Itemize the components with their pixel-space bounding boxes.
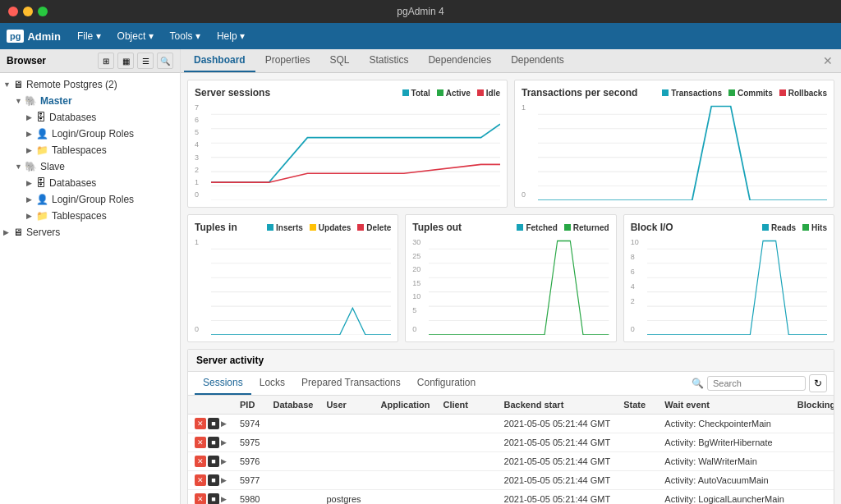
tree-label-master: Master (40, 95, 72, 107)
tree-item-databases-slave[interactable]: ▶ 🗄 Databases (0, 175, 180, 191)
activity-tab-prepared[interactable]: Prepared Transactions (293, 372, 409, 395)
browser-tool-grid[interactable]: ▦ (117, 53, 134, 69)
tree-item-tablespaces-master[interactable]: ▶ 📁 Tablespaces (0, 142, 180, 158)
stop-button[interactable]: ✕ (195, 474, 206, 486)
legend-delete: Delete (366, 223, 391, 232)
search-input[interactable] (707, 376, 806, 391)
chart-tuples-in-title: Tuples in Inserts Updates Delete (195, 222, 391, 233)
col-client: Client (436, 396, 497, 415)
block-button[interactable]: ■ (208, 474, 219, 486)
chart-sessions: Server sessions Total Active Idle 765432… (187, 80, 508, 208)
stop-button[interactable]: ✕ (195, 418, 206, 429)
stop-button[interactable]: ✕ (195, 437, 206, 448)
content-panel: Dashboard Properties SQL Statistics Depe… (181, 49, 841, 504)
cell-backend-start: 2021-05-05 05:21:44 GMT (498, 452, 618, 471)
chart-sessions-label: Server sessions (195, 87, 270, 99)
chart-tuples-out-label: Tuples out (412, 222, 462, 233)
tree-item-remote-postgres[interactable]: ▼ 🖥 Remote Postgres (2) (0, 76, 180, 93)
chart-sessions-title: Server sessions Total Active Idle (195, 87, 500, 99)
tab-dependents[interactable]: Dependents (501, 49, 574, 72)
close-button[interactable] (8, 7, 18, 16)
elephant-slave-icon: 🐘 (25, 161, 37, 172)
chart-tuples-out: Tuples out Fetched Returned 302520151050 (405, 214, 616, 342)
table-row: ✕ ■ ▶ 5976 2021-05-05 05:21:44 GMT Activ… (188, 452, 834, 471)
minimize-button[interactable] (23, 7, 33, 16)
row-actions: ✕ ■ ▶ (188, 415, 233, 433)
tree-label-servers: Servers (26, 227, 60, 238)
stop-button[interactable]: ✕ (195, 456, 206, 467)
y-axis-tuples-out: 302520151050 (412, 236, 420, 335)
tablespace-slave-icon: 📁 (36, 210, 48, 222)
legend-returned: Returned (573, 223, 609, 232)
tree-arrow: ▼ (15, 97, 23, 105)
tree-arrow: ▶ (26, 130, 34, 138)
tree-label: Login/Group Roles (52, 194, 134, 205)
block-button[interactable]: ■ (208, 437, 219, 448)
browser-tool-search[interactable]: 🔍 (157, 53, 173, 69)
browser-tool-list[interactable]: ☰ (137, 53, 154, 69)
cell-backend-start: 2021-05-05 05:21:44 GMT (498, 415, 618, 433)
activity-tab-locks[interactable]: Locks (251, 372, 293, 395)
tree-item-databases-master[interactable]: ▶ 🗄 Databases (0, 109, 180, 126)
chart-tuples-in-legend: Inserts Updates Delete (267, 223, 391, 232)
table-container: PID Database User Application Client Bac… (188, 396, 834, 504)
tree-item-loginroles-master[interactable]: ▶ 👤 Login/Group Roles (0, 126, 180, 142)
cell-state (617, 452, 658, 471)
tab-statistics[interactable]: Statistics (359, 49, 418, 72)
tree-item-master[interactable]: ▼ 🐘 Master (0, 93, 180, 109)
cell-state (617, 415, 658, 433)
close-panel-button[interactable]: ✕ (818, 54, 838, 67)
cell-database (266, 490, 319, 505)
cell-pid: 5977 (233, 471, 266, 490)
block-button[interactable]: ■ (208, 418, 219, 429)
tree-item-loginroles-slave[interactable]: ▶ 👤 Login/Group Roles (0, 191, 180, 208)
activity-search: 🔍 ↻ (692, 374, 827, 392)
expand-button[interactable]: ▶ (221, 476, 227, 484)
maximize-button[interactable] (38, 7, 48, 16)
menu-object[interactable]: Object ▾ (111, 27, 160, 45)
menu-tools[interactable]: Tools ▾ (163, 27, 207, 45)
block-button[interactable]: ■ (208, 456, 219, 467)
menu-help[interactable]: Help ▾ (210, 27, 251, 45)
activity-section: Server activity Sessions Locks Prepared … (187, 349, 834, 504)
expand-button[interactable]: ▶ (221, 457, 227, 465)
tree-arrow: ▶ (26, 146, 34, 154)
legend-total: Total (411, 89, 430, 98)
tree-label: Databases (49, 112, 96, 123)
refresh-button[interactable]: ↻ (809, 374, 827, 392)
titlebar: pgAdmin 4 (0, 0, 841, 23)
expand-button[interactable]: ▶ (221, 495, 227, 503)
cell-application (375, 415, 437, 433)
cell-application (375, 452, 437, 471)
cell-client (436, 490, 497, 505)
cell-database (266, 433, 319, 452)
chart-sessions-inner (211, 102, 500, 200)
tab-sql[interactable]: SQL (319, 49, 359, 72)
activity-tab-configuration[interactable]: Configuration (409, 372, 484, 395)
chart-sessions-legend: Total Active Idle (402, 89, 500, 98)
cell-backend-start: 2021-05-05 05:21:44 GMT (498, 433, 618, 452)
cell-state (617, 433, 658, 452)
expand-button[interactable]: ▶ (221, 438, 227, 447)
expand-button[interactable]: ▶ (221, 419, 227, 428)
tab-dependencies[interactable]: Dependencies (418, 49, 501, 72)
tree-arrow: ▼ (3, 80, 11, 89)
stop-button[interactable]: ✕ (195, 493, 206, 504)
activity-tab-sessions[interactable]: Sessions (195, 372, 251, 395)
menu-file[interactable]: File ▾ (71, 27, 108, 45)
legend-rollbacks: Rollbacks (788, 89, 827, 98)
browser-toolbar: ⊞ ▦ ☰ 🔍 (98, 53, 173, 69)
legend-inserts: Inserts (276, 223, 303, 232)
tree-item-tablespaces-slave[interactable]: ▶ 📁 Tablespaces (0, 208, 180, 224)
database-icon: 🗄 (36, 112, 46, 123)
browser-tool-properties[interactable]: ⊞ (98, 53, 114, 69)
chart-block-io-inner (647, 236, 827, 335)
tab-properties[interactable]: Properties (255, 49, 320, 72)
tab-dashboard[interactable]: Dashboard (184, 49, 255, 72)
tree-item-slave[interactable]: ▼ 🐘 Slave (0, 158, 180, 175)
activity-tabs: Sessions Locks Prepared Transactions Con… (188, 372, 834, 396)
chart-block-io-area: 1086420 (631, 236, 827, 335)
tree-item-servers[interactable]: ▶ 🖥 Servers (0, 224, 180, 241)
block-button[interactable]: ■ (208, 493, 219, 504)
chart-block-io-legend: Reads Hits (762, 223, 827, 232)
